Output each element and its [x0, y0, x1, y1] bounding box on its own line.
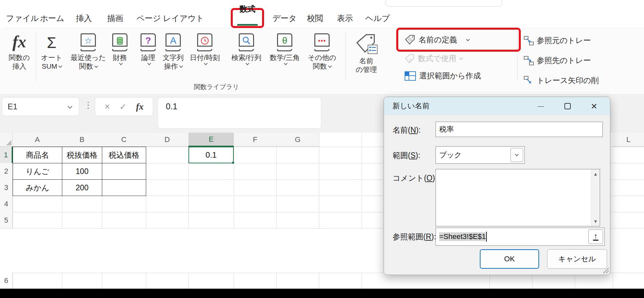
dialog-titlebar[interactable]: 新しい名前 — ×: [384, 97, 610, 115]
maximize-button[interactable]: [560, 97, 575, 115]
close-button[interactable]: ×: [586, 97, 602, 115]
question-icon: ?: [145, 35, 151, 46]
row-header-4[interactable]: 4: [0, 196, 13, 212]
tab-help[interactable]: ヘルプ: [365, 11, 390, 26]
col-header-L[interactable]: L: [613, 133, 644, 147]
dialog-title: 新しい名前: [393, 101, 430, 111]
text-button[interactable]: A 文字列 操作: [160, 32, 186, 82]
comment-field-label: コメント(O):: [393, 173, 437, 183]
cell-E1-selected[interactable]: 0.1: [188, 147, 234, 163]
gridline: [575, 273, 575, 289]
group-label-function-library: 関数ライブラリ: [186, 83, 246, 91]
select-all-corner[interactable]: [0, 133, 13, 147]
bottom-bar: [0, 289, 644, 298]
col-header-E-selected[interactable]: E: [188, 133, 234, 147]
math-trig-button[interactable]: θ 数学/三角: [266, 32, 303, 82]
fill-handle[interactable]: [232, 161, 234, 164]
cell-C2[interactable]: [102, 163, 146, 180]
recently-used-button[interactable]: ☆ 最近使った 関数: [69, 32, 108, 82]
comment-scrollbar[interactable]: ▲ ▼: [591, 169, 600, 226]
cell-A3[interactable]: みかん: [13, 179, 62, 196]
cell-B1[interactable]: 税抜価格: [62, 147, 102, 163]
cancel-entry-icon[interactable]: ×: [105, 101, 110, 112]
remove-arrows-button[interactable]: トレース矢印の削: [523, 75, 599, 86]
cell-C3[interactable]: [102, 179, 146, 196]
tag-fx-icon: fx: [405, 54, 415, 64]
cell-B2[interactable]: 100: [62, 163, 102, 180]
svg-text:fx: fx: [409, 58, 412, 62]
text-cursor: [486, 232, 487, 242]
tab-page-layout[interactable]: ページ レイアウト: [137, 11, 204, 26]
date-time-button[interactable]: 日付/時刻: [186, 32, 223, 82]
row-header-3[interactable]: 3: [0, 179, 13, 196]
formula-bar[interactable]: 0.1: [158, 97, 321, 129]
enter-entry-icon[interactable]: ✓: [120, 102, 127, 112]
name-field-input[interactable]: 税率: [436, 122, 603, 137]
logical-button[interactable]: ? 論理: [137, 32, 160, 82]
row-header-6[interactable]: 6: [0, 273, 13, 289]
grid-create-icon: [405, 71, 416, 81]
ribbon-divider: [36, 32, 36, 81]
insert-function-fx-icon[interactable]: fx: [136, 102, 144, 112]
cell-C1[interactable]: 税込価格: [102, 147, 146, 163]
name-manager-button[interactable]: 名前 の管理: [350, 33, 382, 82]
tab-file[interactable]: ファイル: [6, 11, 39, 26]
col-header-D[interactable]: D: [146, 133, 188, 147]
use-in-formula-button[interactable]: fx 数式で使用: [405, 53, 463, 64]
row-header-1-selected[interactable]: 1: [0, 147, 13, 163]
cell-A2[interactable]: りんご: [13, 163, 62, 180]
scope-dropdown[interactable]: ブック: [436, 146, 525, 164]
col-header-F[interactable]: F: [234, 133, 276, 147]
scroll-down-icon[interactable]: ▼: [591, 219, 600, 224]
col-header-B[interactable]: B: [62, 133, 102, 147]
more-functions-button[interactable]: ••• その他の 関数: [305, 32, 339, 82]
row-header-2[interactable]: 2: [0, 163, 13, 179]
tab-data[interactable]: データ: [272, 11, 297, 26]
fx-icon: fx: [4, 32, 35, 51]
ok-button[interactable]: OK: [480, 249, 539, 269]
comment-textarea[interactable]: ▲ ▼: [436, 169, 600, 226]
coins-icon: [116, 36, 124, 45]
letter-a-icon: A: [170, 35, 176, 46]
trace-precedents-icon: [523, 36, 534, 46]
autosum-button[interactable]: Σ オート SUM: [38, 32, 66, 82]
chevron-down-icon: [204, 61, 207, 65]
tab-draw[interactable]: 描画: [107, 11, 123, 26]
collapse-dialog-button[interactable]: ↑: [588, 229, 603, 244]
dropdown-chevron-button[interactable]: [510, 148, 523, 162]
scroll-up-icon[interactable]: ▲: [591, 171, 600, 177]
list-icon: [368, 45, 378, 54]
row-header-5[interactable]: 5: [0, 212, 13, 228]
define-name-highlight: [396, 28, 521, 52]
resize-grip-icon[interactable]: [601, 265, 609, 274]
insert-function-button[interactable]: fx 関数の 挿入: [4, 32, 35, 82]
ribbon-divider: [346, 32, 346, 81]
refers-to-input[interactable]: =Sheet3!$E$1 ↑: [436, 228, 605, 246]
lookup-button[interactable]: 検索/行列: [228, 32, 265, 82]
gridline: [362, 147, 362, 229]
col-header-C[interactable]: C: [102, 133, 146, 147]
cell-A1[interactable]: 商品名: [13, 147, 62, 163]
refers-to-value: =Sheet3!$E$1: [439, 232, 486, 241]
tab-review[interactable]: 校閲: [307, 11, 323, 26]
gridline: [234, 147, 234, 229]
tab-home[interactable]: ホーム: [40, 11, 64, 26]
col-header-A[interactable]: A: [13, 133, 62, 147]
create-from-selection-button[interactable]: 選択範囲から作成: [405, 71, 481, 81]
chevron-down-icon: [328, 64, 332, 68]
tab-insert[interactable]: 挿入: [76, 11, 92, 26]
new-name-dialog: 新しい名前 — × 名前(N): 税率 範囲(S): ブック コメント(O):: [384, 97, 610, 275]
name-box[interactable]: E1: [2, 97, 79, 116]
formulas-tab-highlight: 数式: [231, 8, 264, 28]
gridline: [188, 273, 189, 289]
trace-dependents-button[interactable]: 参照先のトレー: [523, 55, 591, 66]
minimize-button[interactable]: —: [533, 97, 548, 115]
cell-B3[interactable]: 200: [62, 179, 102, 196]
cancel-button[interactable]: キャンセル: [547, 249, 607, 269]
trace-precedents-button[interactable]: 参照元のトレー: [523, 35, 591, 46]
col-header-G[interactable]: G: [276, 133, 319, 147]
financial-button[interactable]: 財務: [108, 32, 132, 82]
tab-view[interactable]: 表示: [337, 11, 353, 26]
search-box-partial[interactable]: [386, 0, 502, 7]
tab-formulas[interactable]: 数式: [233, 1, 262, 17]
